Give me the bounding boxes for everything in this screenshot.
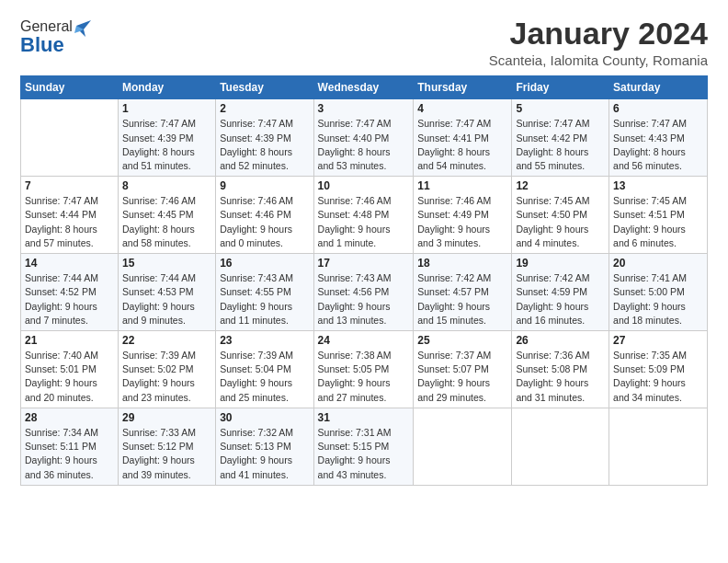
day-cell: 19Sunrise: 7:42 AMSunset: 4:59 PMDayligh… xyxy=(512,254,609,331)
day-cell: 13Sunrise: 7:45 AMSunset: 4:51 PMDayligh… xyxy=(609,177,708,254)
day-info: Sunrise: 7:37 AMSunset: 5:07 PMDaylight:… xyxy=(417,349,507,405)
day-number: 7 xyxy=(25,179,114,192)
week-row-3: 14Sunrise: 7:44 AMSunset: 4:52 PMDayligh… xyxy=(21,254,708,331)
title-block: January 2024 Scanteia, Ialomita County, … xyxy=(489,17,708,68)
day-info: Sunrise: 7:34 AMSunset: 5:11 PMDaylight:… xyxy=(25,426,114,482)
logo: General Blue xyxy=(20,17,91,57)
day-number: 17 xyxy=(318,257,410,270)
day-cell: 3Sunrise: 7:47 AMSunset: 4:40 PMDaylight… xyxy=(313,99,414,177)
day-number: 1 xyxy=(122,102,211,115)
col-tuesday: Tuesday xyxy=(216,76,313,99)
day-cell: 20Sunrise: 7:41 AMSunset: 5:00 PMDayligh… xyxy=(609,254,708,331)
day-cell: 29Sunrise: 7:33 AMSunset: 5:12 PMDayligh… xyxy=(118,408,215,485)
day-cell: 2Sunrise: 7:47 AMSunset: 4:39 PMDaylight… xyxy=(216,99,313,177)
day-info: Sunrise: 7:42 AMSunset: 4:57 PMDaylight:… xyxy=(417,271,507,327)
day-number: 16 xyxy=(220,257,309,270)
day-info: Sunrise: 7:41 AMSunset: 5:00 PMDaylight:… xyxy=(613,271,703,327)
day-cell xyxy=(21,99,119,177)
day-info: Sunrise: 7:47 AMSunset: 4:43 PMDaylight:… xyxy=(613,117,703,173)
day-info: Sunrise: 7:44 AMSunset: 4:52 PMDaylight:… xyxy=(25,271,114,327)
day-info: Sunrise: 7:44 AMSunset: 4:53 PMDaylight:… xyxy=(122,271,211,327)
day-number: 4 xyxy=(417,102,507,115)
day-info: Sunrise: 7:36 AMSunset: 5:08 PMDaylight:… xyxy=(516,349,605,405)
day-number: 6 xyxy=(613,102,703,115)
day-number: 30 xyxy=(220,411,309,424)
day-info: Sunrise: 7:46 AMSunset: 4:48 PMDaylight:… xyxy=(318,194,410,250)
day-cell: 18Sunrise: 7:42 AMSunset: 4:57 PMDayligh… xyxy=(414,254,512,331)
day-cell: 8Sunrise: 7:46 AMSunset: 4:45 PMDaylight… xyxy=(118,177,215,254)
day-number: 21 xyxy=(25,334,114,347)
month-title: January 2024 xyxy=(489,17,708,51)
day-number: 3 xyxy=(318,102,410,115)
day-cell: 23Sunrise: 7:39 AMSunset: 5:04 PMDayligh… xyxy=(216,331,313,408)
week-row-2: 7Sunrise: 7:47 AMSunset: 4:44 PMDaylight… xyxy=(21,177,708,254)
day-info: Sunrise: 7:38 AMSunset: 5:05 PMDaylight:… xyxy=(318,349,410,405)
day-info: Sunrise: 7:45 AMSunset: 4:51 PMDaylight:… xyxy=(613,194,703,250)
col-wednesday: Wednesday xyxy=(313,76,414,99)
day-info: Sunrise: 7:39 AMSunset: 5:04 PMDaylight:… xyxy=(220,349,309,405)
day-info: Sunrise: 7:40 AMSunset: 5:01 PMDaylight:… xyxy=(25,349,114,405)
day-cell: 30Sunrise: 7:32 AMSunset: 5:13 PMDayligh… xyxy=(216,408,313,485)
day-info: Sunrise: 7:42 AMSunset: 4:59 PMDaylight:… xyxy=(516,271,605,327)
day-info: Sunrise: 7:39 AMSunset: 5:02 PMDaylight:… xyxy=(122,349,211,405)
day-cell: 6Sunrise: 7:47 AMSunset: 4:43 PMDaylight… xyxy=(609,99,708,177)
day-info: Sunrise: 7:33 AMSunset: 5:12 PMDaylight:… xyxy=(122,426,211,482)
calendar-table: Sunday Monday Tuesday Wednesday Thursday… xyxy=(20,75,708,485)
day-cell: 7Sunrise: 7:47 AMSunset: 4:44 PMDaylight… xyxy=(21,177,119,254)
week-row-4: 21Sunrise: 7:40 AMSunset: 5:01 PMDayligh… xyxy=(21,331,708,408)
day-cell: 24Sunrise: 7:38 AMSunset: 5:05 PMDayligh… xyxy=(313,331,414,408)
day-info: Sunrise: 7:45 AMSunset: 4:50 PMDaylight:… xyxy=(516,194,605,250)
day-number: 8 xyxy=(122,179,211,192)
day-cell: 12Sunrise: 7:45 AMSunset: 4:50 PMDayligh… xyxy=(512,177,609,254)
col-thursday: Thursday xyxy=(414,76,512,99)
day-cell: 26Sunrise: 7:36 AMSunset: 5:08 PMDayligh… xyxy=(512,331,609,408)
day-cell: 10Sunrise: 7:46 AMSunset: 4:48 PMDayligh… xyxy=(313,177,414,254)
logo-bird-icon xyxy=(74,17,91,37)
day-cell: 4Sunrise: 7:47 AMSunset: 4:41 PMDaylight… xyxy=(414,99,512,177)
day-number: 25 xyxy=(417,334,507,347)
day-info: Sunrise: 7:35 AMSunset: 5:09 PMDaylight:… xyxy=(613,349,703,405)
day-cell: 28Sunrise: 7:34 AMSunset: 5:11 PMDayligh… xyxy=(21,408,119,485)
header-row: Sunday Monday Tuesday Wednesday Thursday… xyxy=(21,76,708,99)
day-info: Sunrise: 7:47 AMSunset: 4:44 PMDaylight:… xyxy=(25,194,114,250)
header: General Blue January 2024 Scanteia, Ialo… xyxy=(20,17,708,68)
day-info: Sunrise: 7:47 AMSunset: 4:42 PMDaylight:… xyxy=(516,117,605,173)
week-row-5: 28Sunrise: 7:34 AMSunset: 5:11 PMDayligh… xyxy=(21,408,708,485)
day-number: 13 xyxy=(613,179,703,192)
day-number: 9 xyxy=(220,179,309,192)
location: Scanteia, Ialomita County, Romania xyxy=(489,52,708,68)
day-cell xyxy=(609,408,708,485)
day-info: Sunrise: 7:31 AMSunset: 5:15 PMDaylight:… xyxy=(318,426,410,482)
day-info: Sunrise: 7:46 AMSunset: 4:46 PMDaylight:… xyxy=(220,194,309,250)
day-cell: 1Sunrise: 7:47 AMSunset: 4:39 PMDaylight… xyxy=(118,99,215,177)
day-cell: 22Sunrise: 7:39 AMSunset: 5:02 PMDayligh… xyxy=(118,331,215,408)
day-number: 20 xyxy=(613,257,703,270)
day-cell: 27Sunrise: 7:35 AMSunset: 5:09 PMDayligh… xyxy=(609,331,708,408)
day-number: 28 xyxy=(25,411,114,424)
day-number: 5 xyxy=(516,102,605,115)
day-number: 24 xyxy=(318,334,410,347)
day-number: 26 xyxy=(516,334,605,347)
col-saturday: Saturday xyxy=(609,76,708,99)
day-cell: 14Sunrise: 7:44 AMSunset: 4:52 PMDayligh… xyxy=(21,254,119,331)
day-cell xyxy=(512,408,609,485)
day-number: 18 xyxy=(417,257,507,270)
day-cell: 15Sunrise: 7:44 AMSunset: 4:53 PMDayligh… xyxy=(118,254,215,331)
day-info: Sunrise: 7:46 AMSunset: 4:45 PMDaylight:… xyxy=(122,194,211,250)
day-number: 22 xyxy=(122,334,211,347)
day-number: 14 xyxy=(25,257,114,270)
day-number: 11 xyxy=(417,179,507,192)
day-cell: 9Sunrise: 7:46 AMSunset: 4:46 PMDaylight… xyxy=(216,177,313,254)
day-cell: 5Sunrise: 7:47 AMSunset: 4:42 PMDaylight… xyxy=(512,99,609,177)
day-info: Sunrise: 7:43 AMSunset: 4:56 PMDaylight:… xyxy=(318,271,410,327)
day-info: Sunrise: 7:32 AMSunset: 5:13 PMDaylight:… xyxy=(220,426,309,482)
week-row-1: 1Sunrise: 7:47 AMSunset: 4:39 PMDaylight… xyxy=(21,99,708,177)
day-number: 2 xyxy=(220,102,309,115)
day-info: Sunrise: 7:47 AMSunset: 4:39 PMDaylight:… xyxy=(220,117,309,173)
day-number: 27 xyxy=(613,334,703,347)
day-info: Sunrise: 7:47 AMSunset: 4:41 PMDaylight:… xyxy=(417,117,507,173)
col-sunday: Sunday xyxy=(21,76,119,99)
col-monday: Monday xyxy=(118,76,215,99)
day-number: 10 xyxy=(318,179,410,192)
day-number: 12 xyxy=(516,179,605,192)
